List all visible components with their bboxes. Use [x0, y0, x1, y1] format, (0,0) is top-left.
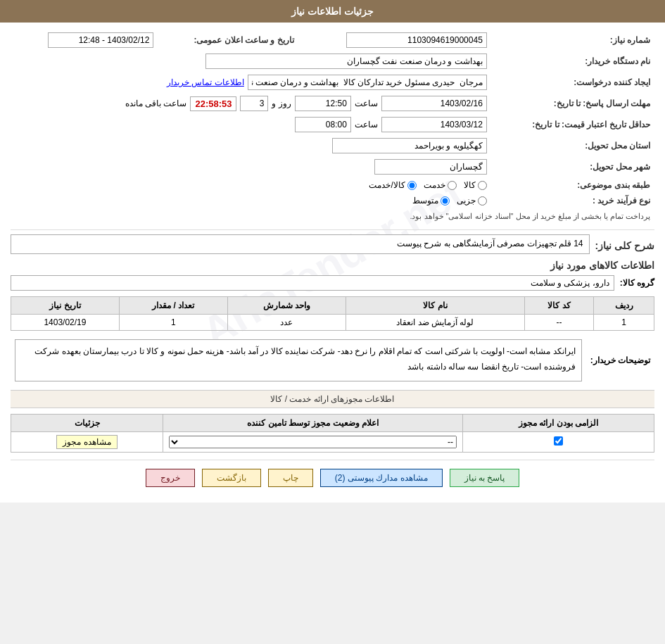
need-description-title: شرح کلی نیاز:: [595, 240, 654, 251]
purchase-type-label: نوع فرآیند خرید :: [491, 193, 654, 208]
col-date: تاریخ نیاز: [11, 297, 120, 315]
category-label: طبقه بندی موضوعی:: [491, 177, 654, 193]
purchase-motavasset-label: متوسط: [412, 196, 438, 206]
goods-info-title: اطلاعات کالاهای مورد نیاز: [11, 260, 654, 271]
need-number-cell: [298, 30, 491, 51]
buyer-name-input[interactable]: [205, 53, 487, 69]
permits-col-status: اعلام وضعیت مجوز توسط تامین کننده: [163, 415, 463, 432]
purchase-type-cell: جزیی متوسط: [11, 193, 491, 208]
page-header: جزئیات اطلاعات نیاز: [0, 0, 665, 23]
category-khedmat-label: خدمت: [424, 180, 445, 190]
response-deadline-cell: ساعت روز و 22:58:53 ساعت باقی مانده: [11, 93, 491, 114]
print-button[interactable]: چاپ: [268, 469, 313, 487]
category-kala-radio[interactable]: [478, 181, 487, 190]
purchase-motavasset-radio[interactable]: [441, 196, 450, 206]
page-title: جزئیات اطلاعات نیاز: [291, 6, 374, 17]
col-name: نام کالا: [346, 297, 525, 315]
remaining-label: ساعت باقی مانده: [125, 99, 187, 108]
permit-required-cell[interactable]: [463, 432, 654, 453]
row-code: --: [524, 315, 594, 331]
creator-cell: اطلاعات تماس خریدار: [11, 72, 491, 93]
creator-label: ایجاد کننده درخواست:: [491, 72, 654, 93]
col-row: ردیف: [594, 297, 654, 315]
items-table: ردیف كد کالا نام کالا واحد شمارش تعداد /…: [11, 296, 654, 331]
need-number-input[interactable]: [346, 32, 487, 48]
list-item: -- مشاهده مجوز: [11, 432, 654, 453]
row-date: 1403/02/19: [11, 315, 120, 331]
announce-date-cell: [11, 30, 158, 51]
goods-group-value: دارو، پزشکی و سلامت: [11, 275, 614, 291]
response-days-input[interactable]: [240, 96, 268, 111]
purchase-jozi-radio[interactable]: [478, 196, 487, 206]
permit-detail-cell[interactable]: مشاهده مجوز: [11, 432, 163, 453]
page-container: جزئیات اطلاعات نیاز AriaTender.net شماره…: [0, 0, 665, 503]
col-unit: واحد شمارش: [227, 297, 346, 315]
view-permit-button[interactable]: مشاهده مجوز: [56, 435, 117, 449]
response-date-input[interactable]: [381, 96, 487, 111]
reply-button[interactable]: پاسخ به نیاز: [450, 469, 520, 487]
category-kala-label: کالا: [464, 180, 476, 190]
credit-deadline-cell: ساعت: [11, 114, 491, 135]
payment-note: پرداخت تمام یا بخشی از مبلغ خرید از محل …: [410, 212, 650, 220]
row-name: لوله آزمایش ضد انعقاد: [346, 315, 525, 331]
category-khedmat[interactable]: خدمت: [424, 180, 457, 190]
response-days-label: روز و: [272, 99, 291, 108]
contact-link[interactable]: اطلاعات تماس خریدار: [167, 77, 244, 87]
goods-group-label: گروه کالا:: [620, 278, 654, 288]
permits-divider: اطلاعات مجوزهای ارائه خدمت / کالا: [11, 390, 654, 408]
buyer-name-label: نام دستگاه خریدار:: [491, 51, 654, 72]
row-num: 1: [594, 315, 654, 331]
category-kala-khedmat-label: کالا/خدمت: [369, 180, 405, 190]
category-cell: کالا خدمت کالا/خدمت: [11, 177, 491, 193]
category-kala[interactable]: کالا: [464, 180, 487, 190]
payment-note-cell: پرداخت تمام یا بخشی از مبلغ خرید از محل …: [11, 208, 654, 224]
category-khedmat-radio[interactable]: [448, 181, 457, 190]
credit-time-input[interactable]: [295, 117, 351, 132]
row-quantity: 1: [119, 315, 227, 331]
response-deadline-label: مهلت ارسال پاسخ: تا تاریخ:: [491, 93, 654, 114]
response-time-label: ساعت: [355, 99, 378, 108]
buyer-notes-label: توضیحات خریدار:: [586, 336, 654, 384]
exit-button[interactable]: خروج: [146, 469, 195, 487]
permit-status-cell[interactable]: --: [163, 432, 463, 453]
table-row: 1 -- لوله آزمایش ضد انعقاد عدد 1 1403/02…: [11, 315, 654, 331]
col-quantity: تعداد / مقدار: [119, 297, 227, 315]
announce-date-label: تاریخ و ساعت اعلان عمومی:: [158, 30, 298, 51]
purchase-jozi-label: جزیی: [457, 196, 476, 206]
credit-deadline-label: حداقل تاریخ اعتبار قیمت: تا تاریخ:: [491, 114, 654, 135]
category-kala-khedmat-radio[interactable]: [407, 181, 417, 190]
permit-required-checkbox[interactable]: [554, 436, 563, 446]
province-label: استان محل تحویل:: [491, 135, 654, 156]
main-content: AriaTender.net شماره نیاز: تاریخ و ساعت …: [0, 23, 665, 503]
province-input[interactable]: [332, 138, 487, 153]
creator-input[interactable]: [248, 75, 487, 90]
credit-date-input[interactable]: [381, 117, 487, 132]
view-attachments-button[interactable]: مشاهده مدارك پیوستی (2): [320, 469, 443, 487]
permits-table: الزامی بودن ارائه مجوز اعلام وضعیت مجوز …: [11, 414, 654, 453]
back-button[interactable]: بازگشت: [202, 469, 261, 487]
purchase-motavasset[interactable]: متوسط: [412, 196, 450, 206]
info-table: شماره نیاز: تاریخ و ساعت اعلان عمومی: نا…: [11, 30, 654, 224]
countdown-display: 22:58:53: [190, 96, 236, 111]
city-input[interactable]: [374, 159, 487, 175]
category-kala-khedmat[interactable]: کالا/خدمت: [369, 180, 416, 190]
purchase-jozi[interactable]: جزیی: [457, 196, 487, 206]
permits-col-required: الزامی بودن ارائه مجوز: [463, 415, 654, 432]
credit-time-label: ساعت: [355, 120, 378, 130]
row-unit: عدد: [227, 315, 346, 331]
col-code: كد کالا: [524, 297, 594, 315]
city-label: شهر محل تحویل:: [491, 156, 654, 177]
announce-date-input[interactable]: [48, 32, 153, 48]
buyer-notes-table: توضیحات خریدار: ایرانکد مشابه است- اولوی…: [11, 336, 654, 384]
buyer-notes-cell: ایرانکد مشابه است- اولویت با شرکتی است ک…: [11, 336, 586, 384]
city-cell: [11, 156, 491, 177]
permits-col-detail: جزئیات: [11, 415, 163, 432]
bottom-buttons: پاسخ به نیاز مشاهده مدارك پیوستی (2) چاپ…: [11, 460, 654, 495]
need-number-label: شماره نیاز:: [491, 30, 654, 51]
response-time-input[interactable]: [295, 96, 351, 111]
need-description-section: شرح کلی نیاز: 14 قلم تجهیزات مصرفی آزمای…: [11, 234, 654, 254]
buyer-notes-value: ایرانکد مشابه است- اولویت با شرکتی است ک…: [15, 339, 582, 381]
buyer-name-cell: [11, 51, 491, 72]
need-description-value: 14 قلم تجهیزات مصرفی آزمایشگاهی به شرح پ…: [11, 234, 590, 254]
permit-status-select[interactable]: --: [169, 436, 457, 448]
